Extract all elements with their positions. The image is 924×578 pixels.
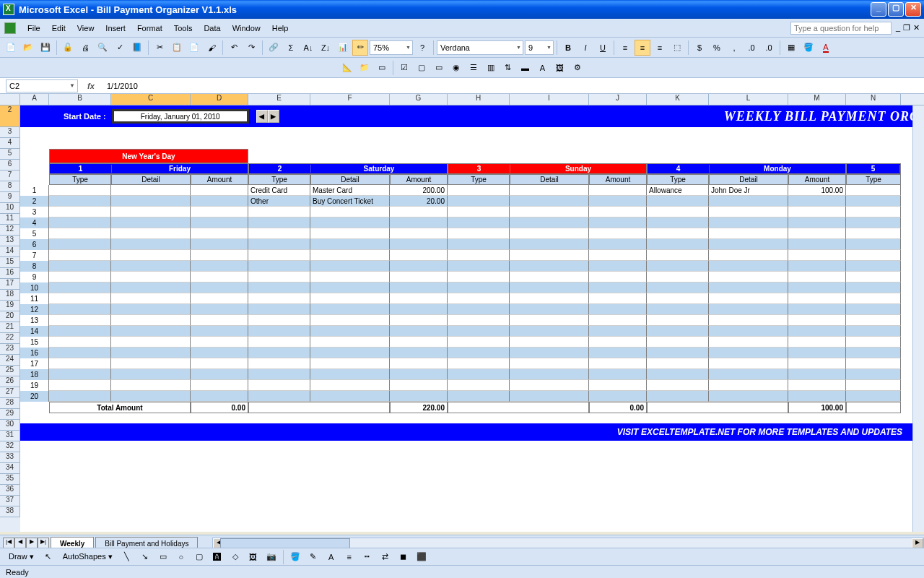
cell-r18-d0-amount[interactable] [191,369,248,380]
redo-button[interactable]: ↷ [243,40,259,56]
cell-r12-d2-detail[interactable] [510,304,589,315]
cell-r13-d2-detail[interactable] [510,315,589,326]
cell-r4-d2-amount[interactable] [589,217,647,228]
data-row-11[interactable]: 11 [49,293,924,304]
cell-r17-d3-type[interactable] [647,358,709,369]
cell-r12-d0-detail[interactable] [111,304,191,315]
cell-r11-d3-type[interactable] [647,293,709,304]
data-row-13[interactable]: 13 [49,315,924,326]
cell-r3-d1-detail[interactable] [310,207,390,217]
research-button[interactable]: 📘 [129,40,145,56]
cell-r19-d1-type[interactable] [248,380,310,391]
cell-r19-d3-amount[interactable] [788,380,846,391]
inc-decimal-button[interactable]: .0 [744,40,759,56]
cell-r15-d1-amount[interactable] [390,337,448,348]
cell-r4-d3-detail[interactable] [709,217,788,228]
cell-r5-d1-detail[interactable] [310,228,390,239]
cell-r17-d1-detail[interactable] [310,358,390,369]
cell-r12-d0-amount[interactable] [191,304,248,315]
cell-r17-d4-type[interactable] [846,358,901,369]
cell-r19-d3-type[interactable] [647,380,709,391]
cell-r6-d2-type[interactable] [448,239,510,250]
cell-r5-d3-amount[interactable] [788,228,846,239]
hscroll-right-button[interactable]: ▶ [912,538,923,548]
cell-r14-d1-detail[interactable] [310,326,390,337]
cell-r9-d2-detail[interactable] [510,272,589,282]
cell-r5-d2-type[interactable] [448,228,510,239]
cell-r5-d1-amount[interactable] [390,228,448,239]
cell-r4-d1-type[interactable] [248,217,310,228]
data-row-18[interactable]: 18 [49,369,924,380]
cell-r16-d1-type[interactable] [248,348,310,358]
undo-button[interactable]: ↶ [226,40,242,56]
copy-button[interactable]: 📋 [169,40,185,56]
cell-r7-d3-type[interactable] [647,250,709,261]
form-checkbox-icon[interactable]: ☑ [396,60,412,76]
row-31[interactable]: 31 [0,431,20,441]
cell-r9-d1-type[interactable] [248,272,310,282]
row-29[interactable]: 29 [0,409,20,420]
spelling-button[interactable]: ✓ [112,40,128,56]
cell-r13-d1-amount[interactable] [390,315,448,326]
cell-r8-d1-detail[interactable] [310,261,390,272]
prev-week-button[interactable]: ◀ [256,110,268,123]
cell-r16-d1-detail[interactable] [310,348,390,358]
cell-r1-d2-detail[interactable] [510,185,589,196]
cell-r11-d1-amount[interactable] [390,293,448,304]
cell-r2-d0-amount[interactable] [191,196,248,207]
start-date-cell[interactable]: Friday, January 01, 2010 [112,109,249,124]
font-color-tool[interactable]: A [323,549,339,565]
cell-r4-d1-amount[interactable] [390,217,448,228]
row-21[interactable]: 21 [0,322,20,333]
cell-r20-d1-amount[interactable] [390,391,448,402]
cell-r10-d2-type[interactable] [448,282,510,293]
save-button[interactable]: 💾 [38,40,53,56]
cell-r13-d0-type[interactable] [49,315,111,326]
cell-r14-d1-type[interactable] [248,326,310,337]
paste-button[interactable]: 📄 [186,40,202,56]
cell-r6-d0-type[interactable] [49,239,111,250]
row-8[interactable]: 8 [0,181,20,192]
cell-r18-d4-type[interactable] [846,369,901,380]
form-image-icon[interactable]: 🖼 [552,60,568,76]
cell-r18-d0-detail[interactable] [111,369,191,380]
cell-r15-d3-type[interactable] [647,337,709,348]
cell-r6-d1-detail[interactable] [310,239,390,250]
cell-r8-d3-type[interactable] [647,261,709,272]
data-row-14[interactable]: 14 [49,326,924,337]
cell-r12-d2-type[interactable] [448,304,510,315]
data-row-12[interactable]: 12 [49,304,924,315]
cell-r17-d3-amount[interactable] [788,358,846,369]
cell-r17-d0-amount[interactable] [191,358,248,369]
cell-r3-d3-type[interactable] [647,207,709,217]
cell-r10-d1-detail[interactable] [310,282,390,293]
form-more-icon[interactable]: ⚙ [570,60,585,76]
cell-r20-d0-type[interactable] [49,391,111,402]
cell-r17-d2-type[interactable] [448,358,510,369]
rectangle-tool[interactable]: ▭ [155,549,171,565]
cell-r11-d3-amount[interactable] [788,293,846,304]
cell-r3-d0-detail[interactable] [111,207,191,217]
cell-r20-d4-type[interactable] [846,391,901,402]
col-H[interactable]: H [448,94,510,105]
font-name-combo[interactable]: Verdana [437,40,523,55]
cell-r1-d3-amount[interactable]: 100.00 [788,185,846,196]
align-center-button[interactable]: ≡ [635,40,650,56]
cell-r18-d1-detail[interactable] [310,369,390,380]
row-5[interactable]: 5 [0,149,20,160]
cell-r10-d0-amount[interactable] [191,282,248,293]
cell-r16-d3-amount[interactable] [788,348,846,358]
cell-r18-d2-detail[interactable] [510,369,589,380]
cell-r6-d2-detail[interactable] [510,239,589,250]
maximize-button[interactable]: ▢ [888,2,904,17]
cell-r20-d2-amount[interactable] [589,391,647,402]
row-24[interactable]: 24 [0,355,20,366]
sort-asc-button[interactable]: A↓ [300,40,316,56]
row-17[interactable]: 17 [0,279,20,290]
cell-r8-d0-amount[interactable] [191,261,248,272]
hscroll-thumb[interactable] [220,538,350,548]
cell-r11-d2-detail[interactable] [510,293,589,304]
cell-r2-d0-type[interactable] [49,196,111,207]
cell-r18-d2-amount[interactable] [589,369,647,380]
cell-r3-d3-amount[interactable] [788,207,846,217]
